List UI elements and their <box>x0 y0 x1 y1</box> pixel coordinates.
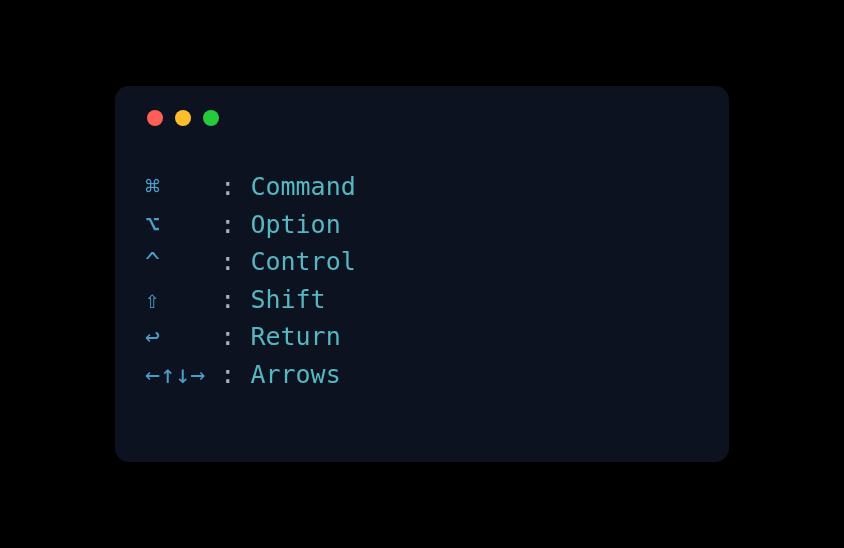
key-name: Arrows <box>250 356 340 394</box>
separator: : <box>220 168 250 206</box>
key-row: ⌥ : Option <box>145 206 699 244</box>
key-pad <box>160 168 220 206</box>
key-pad <box>160 318 220 356</box>
key-pad <box>205 356 220 394</box>
separator: : <box>220 243 250 281</box>
separator: : <box>220 318 250 356</box>
close-icon[interactable] <box>147 110 163 126</box>
key-name: Command <box>250 168 355 206</box>
key-name: Return <box>250 318 340 356</box>
key-name: Shift <box>250 281 325 319</box>
separator: : <box>220 206 250 244</box>
key-name: Option <box>250 206 340 244</box>
maximize-icon[interactable] <box>203 110 219 126</box>
traffic-lights <box>147 110 699 126</box>
key-symbol: ^ <box>145 243 160 281</box>
key-symbol: ←↑↓→ <box>145 356 205 394</box>
terminal-content: ⌘ : Command ⌥ : Option ^ : Control ⇧ : S… <box>145 168 699 393</box>
key-row: ^ : Control <box>145 243 699 281</box>
terminal-window: ⌘ : Command ⌥ : Option ^ : Control ⇧ : S… <box>115 86 729 462</box>
separator: : <box>220 356 250 394</box>
key-row: ⇧ : Shift <box>145 281 699 319</box>
key-row: ⌘ : Command <box>145 168 699 206</box>
minimize-icon[interactable] <box>175 110 191 126</box>
key-pad <box>160 206 220 244</box>
key-symbol: ⌘ <box>145 168 160 206</box>
separator: : <box>220 281 250 319</box>
key-symbol: ⌥ <box>145 206 160 244</box>
key-row: ←↑↓→ : Arrows <box>145 356 699 394</box>
key-name: Control <box>250 243 355 281</box>
key-row: ↩ : Return <box>145 318 699 356</box>
key-symbol: ↩ <box>145 318 160 356</box>
key-pad <box>160 243 220 281</box>
key-symbol: ⇧ <box>145 281 160 319</box>
key-pad <box>160 281 220 319</box>
